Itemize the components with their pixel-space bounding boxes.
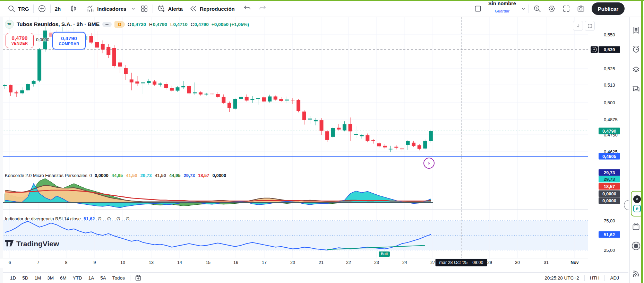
range-button-1m[interactable]: 1M <box>32 275 44 281</box>
ohlc-pair: H0,4790 <box>149 22 167 27</box>
fullscreen-icon <box>562 5 570 13</box>
koncorde-value: 0,0000 <box>213 173 226 178</box>
range-button-5d[interactable]: 5D <box>19 275 31 281</box>
fullscreen-button[interactable] <box>559 1 574 17</box>
symbol-legend-row[interactable]: TR Tubos Reunidos, S.A. · 2h · BME D O0,… <box>5 20 249 29</box>
toolbar-separator <box>65 5 65 13</box>
toolbar-separator <box>239 5 239 13</box>
koncorde-axis-badge: 18,57 <box>599 183 620 190</box>
sell-button[interactable]: 0,4790VENDER <box>6 33 34 48</box>
clock-timezone-button[interactable]: 20:25:28 UTC+2 <box>541 275 582 281</box>
flash-marker-badge[interactable] <box>423 158 435 169</box>
session-hth-button[interactable]: HTH <box>587 275 603 281</box>
rsi-legend-row[interactable]: Indicador de divergencia RSI 14 close 51… <box>5 216 132 221</box>
change-value: +0,0050 (+1,05%) <box>212 22 249 27</box>
time-axis-label: 17 <box>257 260 272 265</box>
layout-name-save-button[interactable]: Sin nombre Guardar <box>485 1 519 17</box>
range-button-ytd[interactable]: YTD <box>70 275 85 281</box>
interval-d-badge: D <box>114 21 125 28</box>
watchlist-icon[interactable] <box>632 26 641 35</box>
time-axis-label: 22 <box>341 260 356 265</box>
koncorde-param: 0 <box>89 173 92 178</box>
ohlc-pair: L0,4710 <box>170 22 188 27</box>
candles-icon <box>69 5 78 13</box>
eset-logo-icon[interactable]: e <box>633 205 641 212</box>
maximize-pane-button[interactable] <box>585 21 595 31</box>
buy-button[interactable]: 0,4790COMPRAR <box>52 32 86 50</box>
range-button-todos[interactable]: Todos <box>109 275 128 281</box>
time-axis-label: 24 <box>397 260 412 265</box>
quick-search-button[interactable] <box>530 1 544 17</box>
range-button-5a[interactable]: 5A <box>97 275 109 281</box>
time-axis[interactable]: 678910131415161720212223242728293031Nov <box>0 258 629 268</box>
alert-plus-chip[interactable]: + <box>591 46 598 53</box>
b-sep <box>604 275 605 281</box>
koncorde-axis-badge: 0,0000 <box>599 191 620 197</box>
calendar-icon[interactable] <box>632 222 641 231</box>
replay-button[interactable]: Reproducción <box>186 1 238 17</box>
range-button-6m[interactable]: 6M <box>57 275 70 281</box>
settings-hexagon-icon <box>548 5 556 13</box>
undo-arrow-icon <box>243 5 252 13</box>
eset-close-button[interactable]: ✕ <box>633 195 641 203</box>
bottom-separator <box>130 275 130 281</box>
sidebar-divider <box>631 259 640 259</box>
grid-icon <box>140 5 148 13</box>
data-feed-icon[interactable] <box>632 269 641 278</box>
time-axis-label: 10 <box>115 260 130 265</box>
koncorde-value: 41,50 <box>155 173 166 178</box>
tradingview-watermark: TradingView <box>5 240 59 248</box>
layout-preview-button[interactable] <box>471 1 485 17</box>
chevron-down-icon <box>130 6 136 12</box>
dots-grid-icon <box>632 241 641 250</box>
indicators-dropdown-chevron[interactable] <box>129 1 137 17</box>
ohlc-pair: C0,4790 <box>191 22 209 27</box>
layout-name: Sin nombre <box>488 1 516 7</box>
plus-circle-icon <box>38 5 46 13</box>
alert-clock-icon <box>157 5 165 13</box>
snapshot-button[interactable] <box>574 1 588 17</box>
chart-canvas[interactable] <box>0 0 644 283</box>
bottom-toolbar: 1D5D1M3M6MYTD1A5ATodos 20:25:28 UTC+2 HT… <box>3 272 628 283</box>
ohlc-values: O0,4720H0,4790L0,4710C0,4790 <box>128 22 209 27</box>
interval-button[interactable]: 2h <box>52 1 64 17</box>
symbol-search-button[interactable]: TRG <box>4 1 32 17</box>
camera-icon <box>577 5 585 13</box>
range-button-1d[interactable]: 1D <box>7 275 19 281</box>
lightning-icon <box>427 161 431 166</box>
indicators-icon <box>86 5 95 13</box>
alert-button[interactable]: Alerta <box>154 1 186 17</box>
chart-settings-button[interactable] <box>544 1 559 17</box>
range-button-1a[interactable]: 1A <box>85 275 97 281</box>
goto-date-calendar-icon[interactable] <box>135 274 142 282</box>
redo-button[interactable] <box>255 1 269 17</box>
compare-symbol-button[interactable] <box>35 1 49 17</box>
publish-button[interactable]: Publicar <box>592 2 625 15</box>
price-axis-label: 0,513 <box>604 82 615 88</box>
drawing-toolbar-collapsed[interactable] <box>0 17 3 283</box>
undo-button[interactable] <box>240 1 255 17</box>
maximize-icon <box>587 23 593 29</box>
apps-menu-button[interactable] <box>632 241 641 250</box>
price-axis[interactable]: 0,5500,5250,5130,5000,48750,47500,4625+0… <box>588 17 630 267</box>
koncorde-value: 41,50 <box>126 173 137 178</box>
ohlc-pair: O0,4720 <box>128 22 146 27</box>
time-axis-label: 30 <box>510 260 525 265</box>
indicators-button[interactable]: Indicadores <box>83 1 129 17</box>
range-button-3m[interactable]: 3M <box>44 275 57 281</box>
object-tree-layers-icon[interactable] <box>632 65 641 74</box>
time-axis-label: 15 <box>200 260 216 265</box>
time-axis-label: 20 <box>285 260 300 265</box>
alerts-clock-icon[interactable] <box>632 45 641 54</box>
scroll-to-recent-button[interactable] <box>573 21 583 31</box>
adjustment-button[interactable]: ADJ <box>607 275 622 281</box>
hide-symbol-toggle[interactable] <box>102 22 112 27</box>
time-axis-label: 9 <box>87 260 102 265</box>
chart-style-button[interactable] <box>66 1 81 17</box>
symbol-title: Tubos Reunidos, S.A. · 2h · BME <box>17 21 100 27</box>
layout-dropdown-chevron[interactable] <box>519 1 527 17</box>
chat-icon[interactable] <box>632 85 641 94</box>
koncorde-legend-row[interactable]: Koncorde 2.0 Micro Finanzas Personales 0… <box>5 173 229 178</box>
grid-layout-button[interactable] <box>137 1 152 17</box>
time-axis-label: 8 <box>59 260 74 265</box>
